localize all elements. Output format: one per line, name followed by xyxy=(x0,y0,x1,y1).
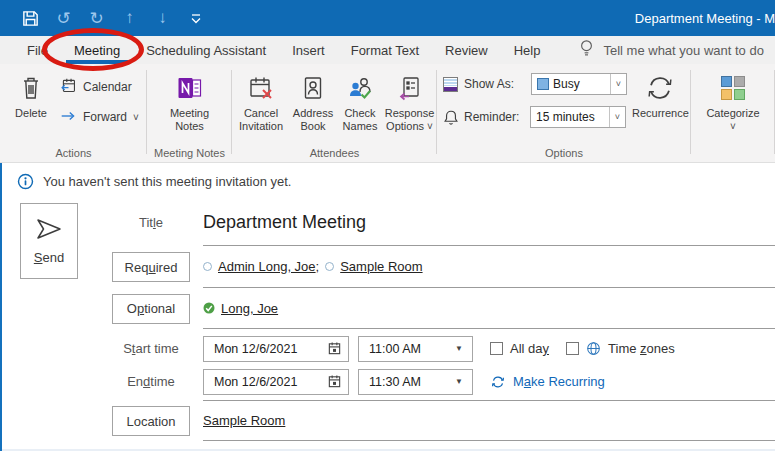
datepicker-calendar-icon[interactable] xyxy=(327,374,348,389)
calendar-button[interactable]: Calendar xyxy=(60,75,139,99)
lightbulb-icon xyxy=(579,39,594,61)
optional-row: Optional Long, Joe xyxy=(2,288,775,329)
presence-icon xyxy=(203,262,212,271)
start-time-label: Start time xyxy=(112,341,190,356)
ribbon-group-tags: Categorize ˅ xyxy=(691,64,775,162)
delete-button[interactable]: Delete xyxy=(10,71,52,129)
title-value: Department Meeting xyxy=(203,212,366,233)
title-row: Title Department Meeting xyxy=(2,199,775,246)
info-icon xyxy=(17,173,34,190)
titlebar: ↺ ↻ ↑ ↓ Department Meeting - M xyxy=(0,0,775,36)
location-button[interactable]: Location xyxy=(112,406,190,436)
tab-meeting[interactable]: Meeting xyxy=(61,36,133,64)
address-book-button[interactable]: Address Book xyxy=(288,71,338,134)
bell-icon xyxy=(443,109,459,126)
start-time-row: Start time Mon 12/6/2021 11:00 AM ▼ xyxy=(2,335,775,362)
busy-status-swatch xyxy=(537,78,549,90)
title-label: Title xyxy=(112,215,190,230)
calendar-icon xyxy=(60,77,77,97)
attendee-link[interactable]: Sample Room xyxy=(340,259,422,274)
outlook-meeting-window: ↺ ↻ ↑ ↓ Department Meeting - M File Meet… xyxy=(0,0,775,451)
ribbon-group-actions: Delete Calendar xyxy=(0,64,147,162)
response-options-icon xyxy=(397,72,423,104)
globe-icon xyxy=(586,341,601,356)
tell-me-box[interactable]: Tell me what you want to do xyxy=(579,39,763,61)
chevron-down-icon: ˅ xyxy=(730,120,736,133)
tab-scheduling-assistant[interactable]: Scheduling Assistant xyxy=(133,36,279,64)
end-time-dropdown[interactable]: 11:30 AM ▼ xyxy=(358,369,473,395)
undo-icon[interactable]: ↺ xyxy=(47,4,80,32)
reminder-dropdown[interactable]: 15 minutes ˅ xyxy=(530,106,626,128)
infobar-message: You haven't sent this meeting invitation… xyxy=(43,174,291,189)
checkbox-icon[interactable] xyxy=(566,342,579,355)
quick-access-toolbar: ↺ ↻ ↑ ↓ xyxy=(14,4,212,32)
meeting-form: You haven't sent this meeting invitation… xyxy=(0,163,775,451)
presence-available-icon xyxy=(203,302,215,314)
trash-icon xyxy=(19,72,43,104)
customize-quick-access-toolbar-icon[interactable] xyxy=(179,4,212,32)
end-date-picker[interactable]: Mon 12/6/2021 xyxy=(203,369,349,395)
check-names-button[interactable]: Check Names xyxy=(338,71,382,134)
recurrence-icon xyxy=(490,374,506,390)
ribbon-group-meeting-notes: Meeting Notes Meeting Notes xyxy=(147,64,232,162)
categorize-icon xyxy=(721,72,745,104)
cancel-calendar-icon xyxy=(248,72,275,104)
separator: ; xyxy=(316,259,320,274)
checkbox-icon[interactable] xyxy=(490,342,503,355)
ribbon-group-options: Show As: Busy ˅ xyxy=(437,64,691,162)
tab-review[interactable]: Review xyxy=(432,36,501,64)
required-field[interactable]: Admin Long, Joe; Sample Room xyxy=(203,246,775,288)
chevron-down-icon: ˅ xyxy=(133,112,139,123)
optional-button[interactable]: Optional xyxy=(112,294,190,324)
check-names-icon xyxy=(347,72,374,104)
attendee-link[interactable]: Long, Joe xyxy=(221,301,278,316)
ribbon: Delete Calendar xyxy=(0,64,775,163)
location-field[interactable]: Sample Room xyxy=(203,401,775,441)
cancel-invitation-button[interactable]: Cancel Invitation xyxy=(234,71,288,134)
dropdown-arrow-icon: ▼ xyxy=(455,377,472,386)
tab-format-text[interactable]: Format Text xyxy=(338,36,432,64)
redo-icon[interactable]: ↻ xyxy=(80,4,113,32)
tab-insert[interactable]: Insert xyxy=(279,36,338,64)
window-title: Department Meeting - M xyxy=(635,11,775,26)
ribbon-group-attendees: Cancel Invitation Address Book xyxy=(232,64,437,162)
show-as-label: Show As: xyxy=(464,77,531,91)
move-down-icon[interactable]: ↓ xyxy=(146,4,179,32)
datepicker-calendar-icon[interactable] xyxy=(327,341,348,356)
tab-file[interactable]: File xyxy=(14,36,61,64)
recurrence-button[interactable]: Recurrence xyxy=(629,71,692,130)
forward-button[interactable]: Forward ˅ xyxy=(60,105,139,129)
attendee-link[interactable]: Admin Long, Joe xyxy=(218,259,316,274)
end-time-label: End time xyxy=(112,374,190,389)
end-time-row: End time Mon 12/6/2021 11:30 AM ▼ xyxy=(2,368,775,395)
optional-field[interactable]: Long, Joe xyxy=(203,288,775,329)
reminder-label: Reminder: xyxy=(464,110,530,124)
time-zones-checkbox[interactable]: Time zones xyxy=(566,341,675,356)
start-date-picker[interactable]: Mon 12/6/2021 xyxy=(203,336,349,362)
tab-help[interactable]: Help xyxy=(501,36,554,64)
save-icon[interactable] xyxy=(14,4,47,32)
required-button[interactable]: Required xyxy=(112,252,190,282)
categorize-button[interactable]: Categorize ˅ xyxy=(701,71,765,134)
meeting-notes-button[interactable]: Meeting Notes xyxy=(161,71,219,134)
make-recurring-link[interactable]: Make Recurring xyxy=(490,374,605,390)
onenote-icon xyxy=(177,72,203,104)
presence-icon xyxy=(325,262,334,271)
ribbon-tabs: File Meeting Scheduling Assistant Insert… xyxy=(0,36,775,64)
chevron-down-icon: ˅ xyxy=(610,74,626,94)
recurrence-icon xyxy=(644,72,676,104)
show-as-dropdown[interactable]: Busy ˅ xyxy=(531,73,627,95)
form-rows: Title Department Meeting Required Admin … xyxy=(2,199,775,441)
chevron-down-icon: ˅ xyxy=(609,107,625,127)
location-row: Location Sample Room xyxy=(2,401,775,441)
required-row: Required Admin Long, Joe; Sample Room xyxy=(2,246,775,288)
all-day-checkbox[interactable]: All day xyxy=(490,341,549,356)
location-value[interactable]: Sample Room xyxy=(203,413,285,428)
forward-arrow-icon xyxy=(60,110,77,125)
title-field[interactable]: Department Meeting xyxy=(203,199,775,246)
infobar: You haven't sent this meeting invitation… xyxy=(2,163,775,199)
response-options-button[interactable]: Response Options ˅ xyxy=(382,71,437,134)
start-time-dropdown[interactable]: 11:00 AM ▼ xyxy=(358,336,473,362)
dropdown-arrow-icon: ▼ xyxy=(455,344,472,353)
move-up-icon[interactable]: ↑ xyxy=(113,4,146,32)
